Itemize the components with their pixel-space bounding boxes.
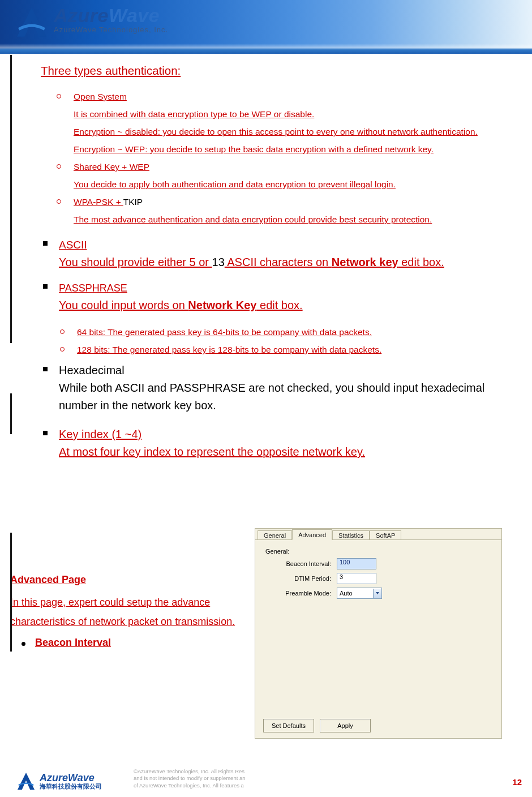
keyindex-title: Key index (1 ~4) [59, 428, 141, 440]
dialog-tabs: General Advanced Statistics SoftAP [255, 529, 501, 540]
list-item: 128 bits: The generated pass key is 128-… [60, 341, 516, 358]
tab-softap[interactable]: SoftAP [370, 530, 401, 539]
page-number: 12 [512, 777, 522, 787]
group-label: General: [265, 548, 494, 555]
apply-button[interactable]: Apply [320, 719, 371, 732]
ascii-title: ASCII [59, 239, 87, 251]
left-rule-2 [10, 393, 12, 434]
preamble-mode-label: Preamble Mode: [263, 590, 331, 597]
auth-wpa-title-black: TKIP [123, 197, 143, 207]
footer-brand: AzureWave [40, 773, 102, 783]
section-heading: Three types authentication: [41, 64, 516, 78]
passphrase-title: PASSPHRASE [59, 282, 127, 294]
ascii-item: ASCII You should provide either 5 or 13 … [43, 236, 516, 271]
beacon-interval-input[interactable]: 100 [337, 558, 376, 569]
option-list: ASCII You should provide either 5 or 13 … [43, 236, 516, 461]
dtim-period-input[interactable]: 3 [337, 573, 376, 584]
footer-chinese: 海華科技股份有限公司 [40, 783, 102, 790]
list-item: Open System It is combined with data enc… [57, 88, 516, 158]
footer: AzureWave 海華科技股份有限公司 ©AzureWave Technolo… [0, 763, 532, 797]
brand-name: AzureWave [54, 5, 168, 27]
auth-wpa-title-red: WPA-PSK + [74, 197, 123, 207]
tab-statistics[interactable]: Statistics [332, 530, 370, 539]
svg-marker-1 [18, 773, 35, 790]
preamble-mode-select[interactable]: Auto [337, 588, 382, 599]
azurewave-logo-icon [14, 5, 49, 40]
list-item: 64 bits: The generated pass key is 64-bi… [60, 323, 516, 341]
chevron-down-icon [373, 589, 381, 598]
svg-marker-0 [17, 7, 46, 37]
azurewave-logo-icon [16, 771, 36, 791]
passphrase-item: PASSPHRASE You could input words on Netw… [43, 279, 516, 358]
copyright-text: ©AzureWave Technologies, Inc. All Rights… [134, 768, 246, 789]
list-item: Shared Key + WEP You decide to apply bot… [57, 158, 516, 193]
hex-title: Hexadecimal [59, 364, 125, 376]
auth-shared-title: Shared Key + WEP [74, 162, 149, 172]
auth-list: Open System It is combined with data enc… [57, 88, 516, 228]
advanced-dialog: General Advanced Statistics SoftAP Gener… [255, 528, 502, 739]
brand-tagline: AzureWave Technologies, Inc. [54, 25, 168, 34]
dtim-period-label: DTIM Period: [263, 575, 331, 582]
keyindex-item: Key index (1 ~4) At most four key index … [43, 426, 516, 461]
set-defaults-button[interactable]: Set Defaults [263, 719, 314, 732]
list-item: WPA-PSK + TKIP The most advance authenti… [57, 193, 516, 228]
left-rule-3 [10, 533, 12, 652]
tab-general[interactable]: General [258, 530, 292, 539]
tab-advanced[interactable]: Advanced [292, 529, 332, 540]
advanced-page-intro: In this page, expert could setup the adv… [10, 593, 248, 631]
auth-open-title: Open System [74, 92, 127, 101]
beacon-interval-label: Beacon Interval: [263, 560, 331, 567]
hex-item: Hexadecimal While both ASCII and PASSPHR… [43, 362, 516, 414]
header-banner: AzureWave AzureWave Technologies, Inc. [0, 0, 532, 54]
passphrase-sublist: 64 bits: The generated pass key is 64-bi… [60, 323, 516, 358]
left-rule-1 [10, 55, 12, 343]
